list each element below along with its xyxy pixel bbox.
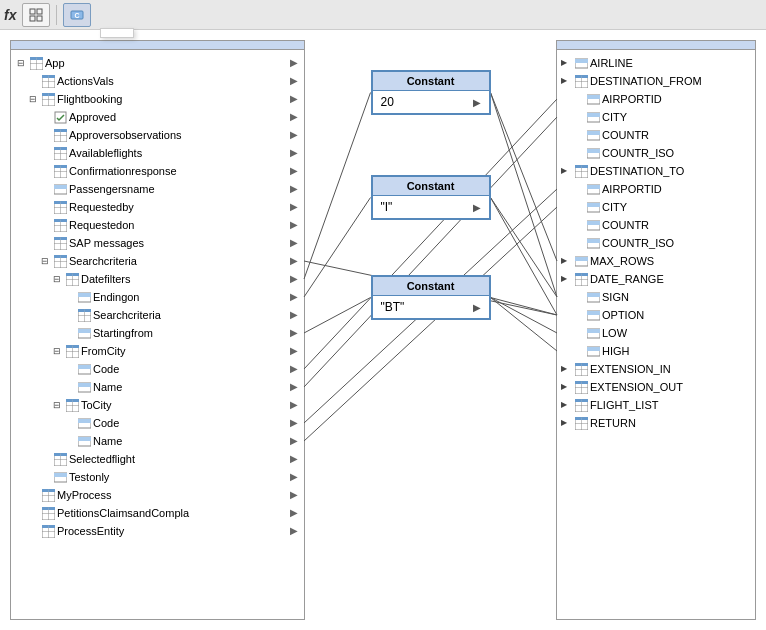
right-tree-item-option[interactable]: OPTION [557,306,755,324]
constant-btn[interactable]: C [63,3,91,27]
right-expander-date_range[interactable]: ▶ [561,271,573,287]
left-tree-item-passname[interactable]: Passengersname▶ [11,180,304,198]
left-tree-item-requestedby[interactable]: Requestedby▶ [11,198,304,216]
label-sapmessages: SAP messages [69,235,144,251]
svg-rect-9 [30,57,37,60]
label-passname: Passengersname [69,181,155,197]
left-tree-item-testonly[interactable]: Testonly▶ [11,468,304,486]
right-tree-item-airline[interactable]: ▶ AIRLINE [557,54,755,72]
right-tree-container[interactable]: ▶ AIRLINE▶ DESTINATION_FROM AIRPORTID CI… [557,50,755,602]
right-tree-item-city_from[interactable]: CITY [557,108,755,126]
left-tree-item-tocity-code[interactable]: Code▶ [11,414,304,432]
arrow-startingfrom: ▶ [290,325,302,341]
left-tree-item-processentity[interactable]: ProcessEntity▶ [11,522,304,540]
left-tree-item-searchcriteria[interactable]: ⊟ Searchcriteria▶ [11,252,304,270]
left-tree-item-tocity[interactable]: ⊟ ToCity▶ [11,396,304,414]
right-tree-item-high[interactable]: HIGH [557,342,755,360]
right-expander-ext_out[interactable]: ▶ [561,379,573,395]
label-testonly: Testonly [69,469,109,485]
arrow-fromcity-code: ▶ [290,361,302,377]
arrow-selectedflight: ▶ [290,451,302,467]
icon-approverobs [53,128,67,142]
left-tree-item-searchcriteria2[interactable]: Searchcriteria▶ [11,306,304,324]
left-tree-item-sapmessages[interactable]: SAP messages▶ [11,234,304,252]
right-icon-city_to [586,200,600,214]
right-tree-item-max_rows[interactable]: ▶ MAX_ROWS [557,252,755,270]
left-tree-item-startingfrom[interactable]: Startingfrom▶ [11,324,304,342]
right-tree-item-ext_in[interactable]: ▶ EXTENSION_IN [557,360,755,378]
right-tree-item-dest_from[interactable]: ▶ DESTINATION_FROM [557,72,755,90]
right-tree-item-airportid_from[interactable]: AIRPORTID [557,90,755,108]
left-tree-item-petitions[interactable]: PetitionsClaimsandCompla▶ [11,504,304,522]
svg-rect-134 [581,75,588,78]
right-icon-countr_from [586,128,600,142]
expander-approverobs [39,129,51,141]
left-tree-item-fromcity-code[interactable]: Code▶ [11,360,304,378]
toolbar: fx C [0,0,766,30]
right-expander-dest_from[interactable]: ▶ [561,73,573,89]
left-tree-item-fromcity[interactable]: ⊟ FromCity▶ [11,342,304,360]
left-tree-item-actionsvals[interactable]: ActionsVals▶ [11,72,304,90]
right-tree-item-dest_to[interactable]: ▶ DESTINATION_TO [557,162,755,180]
constant-value-const1[interactable]: 20▶ [373,91,489,113]
left-tree-item-endingon[interactable]: Endingon▶ [11,288,304,306]
right-tree-item-sign[interactable]: SIGN [557,288,755,306]
expander-searchcriteria[interactable]: ⊟ [39,255,51,267]
right-tree-item-countr_from[interactable]: COUNTR [557,126,755,144]
right-tree-item-countr_iso_to[interactable]: COUNTR_ISO [557,234,755,252]
right-label-option: OPTION [602,307,644,323]
left-tree-item-requestedon[interactable]: Requestedon▶ [11,216,304,234]
left-tree-item-selectedflight[interactable]: Selectedflight▶ [11,450,304,468]
expander-tocity[interactable]: ⊟ [51,399,63,411]
right-expander-flight_list[interactable]: ▶ [561,397,573,413]
icon-endingon [77,290,91,304]
label-tocity: ToCity [81,397,112,413]
right-expander-max_rows[interactable]: ▶ [561,253,573,269]
expander-selectedflight [39,453,51,465]
right-expander-airline[interactable]: ▶ [561,55,573,71]
left-tree-item-myprocess[interactable]: MyProcess▶ [11,486,304,504]
constant-value-const3[interactable]: "BT"▶ [373,296,489,318]
svg-rect-76 [66,345,73,348]
svg-rect-180 [581,381,588,384]
expander-tocity-code [63,417,75,429]
right-tree-item-ext_out[interactable]: ▶ EXTENSION_OUT [557,378,755,396]
right-expander-dest_to[interactable]: ▶ [561,163,573,179]
label-myprocess: MyProcess [57,487,111,503]
expander-app[interactable]: ⊟ [15,57,27,69]
expander-fromcity[interactable]: ⊟ [51,345,63,357]
right-tree-item-flight_list[interactable]: ▶ FLIGHT_LIST [557,396,755,414]
right-tree-item-city_to[interactable]: CITY [557,198,755,216]
right-tree-item-low[interactable]: LOW [557,324,755,342]
right-tree-item-airportid_to[interactable]: AIRPORTID [557,180,755,198]
left-tree-item-approved[interactable]: Approved▶ [11,108,304,126]
left-tree-item-app[interactable]: ⊟ App▶ [11,54,304,72]
left-tree-item-tocity-name[interactable]: Name▶ [11,432,304,450]
left-tree-item-fromcity-name[interactable]: Name▶ [11,378,304,396]
expander-flightbooking[interactable]: ⊟ [27,93,39,105]
left-tree-item-confirmresp[interactable]: Confirmationresponse▶ [11,162,304,180]
arrow-searchcriteria: ▶ [290,253,302,269]
svg-rect-129 [575,59,588,63]
left-tree-item-availableflights[interactable]: Availableflights▶ [11,144,304,162]
icon-myprocess [41,488,55,502]
right-tree-item-countr_to[interactable]: COUNTR [557,216,755,234]
constant-value-const2[interactable]: "I"▶ [373,196,489,218]
svg-rect-48 [60,219,67,222]
right-expander-ext_in[interactable]: ▶ [561,361,573,377]
left-tree-item-flightbooking[interactable]: ⊟ Flightbooking▶ [11,90,304,108]
tree-container[interactable]: ⊟ App▶ ActionsVals▶⊟ Flightbooking▶ Appr… [11,50,304,602]
left-tree-item-approverobs[interactable]: Approversobservations▶ [11,126,304,144]
right-tree-item-return[interactable]: ▶ RETURN [557,414,755,432]
right-icon-countr_iso_from [586,146,600,160]
svg-rect-70 [84,309,91,312]
svg-rect-164 [587,293,600,297]
grid-btn[interactable] [22,3,50,27]
expander-datefilters[interactable]: ⊟ [51,273,63,285]
left-tree-item-datefilters[interactable]: ⊟ Datefilters▶ [11,270,304,288]
right-tree-item-date_range[interactable]: ▶ DATE_RANGE [557,270,755,288]
svg-rect-97 [54,473,67,477]
right-expander-return[interactable]: ▶ [561,415,573,431]
right-tree-item-countr_iso_from[interactable]: COUNTR_ISO [557,144,755,162]
svg-rect-43 [60,201,67,204]
